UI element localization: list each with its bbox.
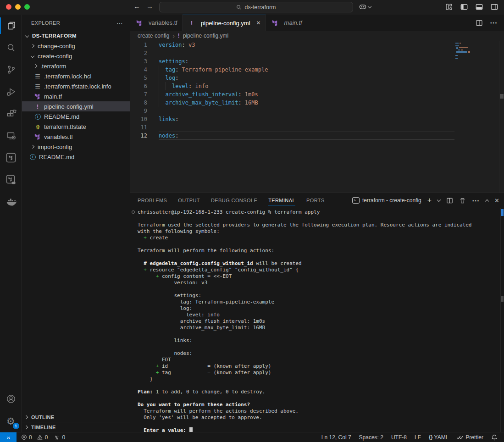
toggle-panel-icon[interactable]: [475, 3, 483, 11]
indentation[interactable]: Spaces: 2: [359, 434, 383, 441]
language-mode[interactable]: { } YAML: [429, 434, 449, 441]
editor-scrollbar[interactable]: [499, 41, 504, 193]
zoom-window-button[interactable]: [24, 4, 30, 10]
outline-section[interactable]: OUTLINE: [22, 412, 130, 422]
tree-item-import-config[interactable]: import-config: [22, 142, 130, 152]
code-line-2[interactable]: 2: [130, 49, 504, 57]
activity-run-debug[interactable]: [0, 81, 22, 103]
tree-item-.terraform.lock.hcl[interactable]: ☰.terraform.lock.hcl: [22, 71, 130, 81]
code-line-3[interactable]: 3settings:: [130, 57, 504, 66]
minimap[interactable]: [455, 43, 475, 59]
split-terminal-icon[interactable]: [446, 197, 453, 204]
line-number: 6: [130, 82, 159, 90]
cursor-position[interactable]: Ln 12, Col 7: [321, 434, 351, 441]
split-editor-icon[interactable]: [476, 19, 483, 27]
tree-item-change-config[interactable]: change-config: [22, 41, 130, 51]
activity-terraform-cloud[interactable]: [0, 169, 22, 191]
docker-icon: [5, 196, 17, 208]
panel-tab-output[interactable]: OUTPUT: [172, 193, 205, 208]
search-icon: [236, 5, 242, 10]
copilot-menu[interactable]: [358, 2, 371, 11]
terminal-output[interactable]: chrissatter@ip-192-168-1-233 create-conf…: [130, 208, 504, 432]
tree-item-label: .terraform.tfstate.lock.info: [44, 83, 111, 90]
activity-search[interactable]: [0, 37, 22, 59]
panel-tab-ports[interactable]: PORTS: [301, 193, 330, 208]
settings-button[interactable]: ⚙ 1: [0, 410, 22, 432]
tree-item-pipeline-config.yml[interactable]: !pipeline-config.yml: [22, 101, 130, 111]
account-button[interactable]: [0, 388, 22, 410]
toggle-secondary-sidebar-icon[interactable]: [490, 3, 498, 11]
panel-tab-terminal[interactable]: TERMINAL: [263, 193, 301, 208]
activity-terraform[interactable]: [0, 147, 22, 169]
minimize-window-button[interactable]: [15, 4, 21, 10]
terminal-dropdown-icon[interactable]: [437, 198, 441, 201]
minimap-line: [455, 54, 475, 55]
code-line-6[interactable]: 6 level: info: [130, 82, 504, 90]
code-line-12[interactable]: 12nodes:: [130, 132, 504, 140]
scrollbar-thumb[interactable]: [500, 94, 504, 99]
kill-terminal-icon[interactable]: [459, 197, 466, 204]
maximize-panel-icon[interactable]: [485, 199, 489, 203]
timeline-section[interactable]: TIMELINE: [22, 422, 130, 432]
close-panel-icon[interactable]: ✕: [494, 197, 499, 204]
more-actions-icon[interactable]: ⋯: [490, 18, 498, 27]
terminal-picker[interactable]: >_ terraform - create-config: [352, 197, 421, 204]
activity-extensions[interactable]: [0, 103, 22, 125]
tree-item-variables.tf[interactable]: variables.tf: [22, 132, 130, 142]
code-line-8[interactable]: 8 archive_max_byte_limit: 16MB: [130, 99, 504, 107]
toggle-primary-sidebar-icon[interactable]: [460, 3, 468, 11]
activity-remote-explorer[interactable]: [0, 125, 22, 147]
code-line-11[interactable]: 11: [130, 123, 504, 132]
editor-tab-pipeline-config.yml[interactable]: !pipeline-config.yml✕: [183, 15, 266, 31]
encoding[interactable]: UTF-8: [391, 434, 407, 441]
editor-tab-main.tf[interactable]: main.tf: [266, 15, 307, 31]
terminal-scrollbar[interactable]: [500, 208, 504, 432]
code-line-9[interactable]: 9: [130, 107, 504, 115]
close-tab-icon[interactable]: ✕: [256, 20, 261, 26]
tree-item-create-config[interactable]: create-config: [22, 51, 130, 61]
code-line-text: links:: [159, 115, 178, 123]
activity-docker[interactable]: [0, 191, 22, 213]
close-window-button[interactable]: [6, 4, 11, 10]
code-line-7[interactable]: 7 archive_flush_interval: 1m0s: [130, 90, 504, 99]
editor-tab-variables.tf[interactable]: variables.tf: [130, 15, 183, 31]
line-number: 10: [130, 115, 159, 123]
bell-icon[interactable]: [491, 434, 498, 441]
breadcrumb-file[interactable]: pipeline-config.yml: [183, 33, 228, 39]
problems-status[interactable]: 0 0: [21, 434, 48, 441]
tree-item-.terraform.tfstate.lock.info[interactable]: ☰.terraform.tfstate.lock.info: [22, 81, 130, 91]
breadcrumb[interactable]: create-config › ! pipeline-config.yml: [130, 31, 504, 41]
customize-layout-icon[interactable]: [445, 3, 453, 11]
code-line-text: log:: [159, 74, 178, 82]
tree-item-README.md[interactable]: iREADME.md: [22, 152, 130, 162]
tree-item-main.tf[interactable]: main.tf: [22, 91, 130, 101]
command-center-search[interactable]: ds-terraform: [159, 2, 353, 12]
eol-sequence[interactable]: LF: [415, 434, 421, 441]
tree-item-.terraform[interactable]: .terraform: [22, 61, 130, 71]
code-editor[interactable]: 1version: v323settings:4 tag: Terraform-…: [130, 41, 504, 193]
code-line-5[interactable]: 5 log:: [130, 74, 504, 82]
back-button[interactable]: ←: [133, 2, 140, 10]
forward-button[interactable]: →: [146, 2, 153, 10]
activity-explorer[interactable]: [0, 15, 22, 37]
panel-tab-debug-console[interactable]: DEBUG CONSOLE: [205, 193, 263, 208]
code-line-4[interactable]: 4 tag: Terraform-pipeline-example: [130, 66, 504, 74]
formatter-status[interactable]: Prettier: [456, 434, 483, 441]
code-line-1[interactable]: 1version: v3: [130, 41, 504, 49]
scrollbar-mark: [501, 296, 504, 302]
activity-source-control[interactable]: [0, 59, 22, 81]
breadcrumb-folder[interactable]: create-config: [138, 33, 169, 39]
code-line-10[interactable]: 10links:: [130, 115, 504, 123]
explorer-actions-icon[interactable]: ⋯: [116, 19, 123, 27]
tree-item-README.md[interactable]: iREADME.md: [22, 111, 130, 122]
tree-item-terraform.tfstate[interactable]: {}terraform.tfstate: [22, 122, 130, 132]
list-file-icon: ☰: [34, 73, 41, 80]
line-number: 8: [130, 99, 159, 107]
tree-item-label: pipeline-config.yml: [44, 103, 94, 110]
panel-tab-problems[interactable]: PROBLEMS: [132, 193, 172, 208]
ports-status[interactable]: 0: [54, 434, 65, 441]
remote-indicator[interactable]: ›‹: [0, 432, 17, 442]
new-terminal-button[interactable]: +: [427, 196, 432, 204]
panel-more-actions-icon[interactable]: ⋯: [472, 196, 480, 205]
tree-root-folder[interactable]: DS-TERRAFORM: [22, 31, 130, 41]
